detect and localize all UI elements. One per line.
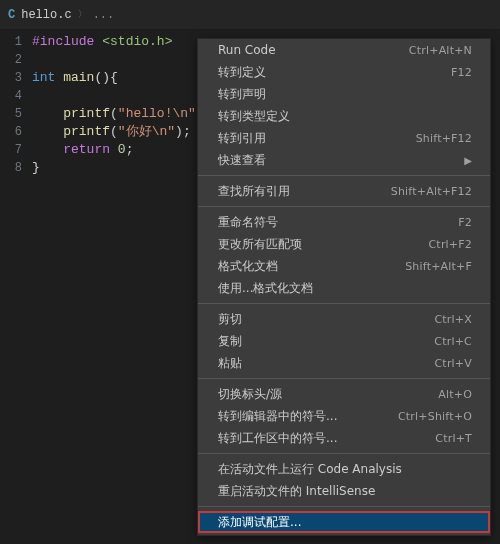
menu-item-label: Run Code	[218, 43, 276, 57]
menu-item[interactable]: 重命名符号F2	[198, 211, 490, 233]
menu-item-label: 剪切	[218, 311, 242, 328]
menu-separator	[198, 175, 490, 176]
menu-item[interactable]: Run CodeCtrl+Alt+N	[198, 39, 490, 61]
menu-separator	[198, 303, 490, 304]
menu-item-label: 转到声明	[218, 86, 266, 103]
menu-item[interactable]: 查找所有引用Shift+Alt+F12	[198, 180, 490, 202]
menu-item-label: 粘贴	[218, 355, 242, 372]
line-number: 5	[0, 105, 22, 123]
menu-item[interactable]: 添加调试配置...	[198, 511, 490, 533]
line-number: 3	[0, 69, 22, 87]
menu-item-label: 使用...格式化文档	[218, 280, 313, 297]
menu-item-label: 添加调试配置...	[218, 514, 301, 531]
menu-separator	[198, 453, 490, 454]
menu-item[interactable]: 转到声明	[198, 83, 490, 105]
tab-bar: C hello.c 〉 ...	[0, 0, 500, 30]
line-number: 1	[0, 33, 22, 51]
menu-separator	[198, 506, 490, 507]
menu-item-label: 转到引用	[218, 130, 266, 147]
chevron-right-icon: 〉	[78, 8, 87, 21]
menu-item[interactable]: 格式化文档Shift+Alt+F	[198, 255, 490, 277]
menu-item[interactable]: 剪切Ctrl+X	[198, 308, 490, 330]
menu-item-label: 快速查看	[218, 152, 266, 169]
menu-item[interactable]: 快速查看▶	[198, 149, 490, 171]
context-menu: Run CodeCtrl+Alt+N转到定义F12转到声明转到类型定义转到引用S…	[197, 38, 491, 536]
menu-item-label: 转到编辑器中的符号...	[218, 408, 337, 425]
line-number: 4	[0, 87, 22, 105]
menu-item-label: 复制	[218, 333, 242, 350]
menu-item[interactable]: 粘贴Ctrl+V	[198, 352, 490, 374]
chevron-right-icon: ▶	[454, 155, 472, 166]
menu-item-shortcut: Ctrl+X	[434, 313, 472, 326]
menu-item-shortcut: Ctrl+C	[434, 335, 472, 348]
menu-item[interactable]: 重启活动文件的 IntelliSense	[198, 480, 490, 502]
menu-separator	[198, 206, 490, 207]
menu-item-shortcut: F12	[451, 66, 472, 79]
menu-item[interactable]: 更改所有匹配项Ctrl+F2	[198, 233, 490, 255]
menu-item-label: 转到定义	[218, 64, 266, 81]
menu-item-shortcut: F2	[458, 216, 472, 229]
menu-item-label: 转到类型定义	[218, 108, 290, 125]
menu-item[interactable]: 使用...格式化文档	[198, 277, 490, 299]
menu-item-label: 更改所有匹配项	[218, 236, 302, 253]
menu-item[interactable]: 转到引用Shift+F12	[198, 127, 490, 149]
menu-item-label: 切换标头/源	[218, 386, 282, 403]
menu-item-label: 重命名符号	[218, 214, 278, 231]
menu-item[interactable]: 转到定义F12	[198, 61, 490, 83]
line-number-gutter: 1 2 3 4 5 6 7 8	[0, 30, 32, 544]
menu-item-shortcut: Ctrl+Alt+N	[409, 44, 472, 57]
menu-item-shortcut: Shift+Alt+F12	[391, 185, 472, 198]
menu-item-label: 格式化文档	[218, 258, 278, 275]
menu-item-label: 查找所有引用	[218, 183, 290, 200]
menu-item-shortcut: Shift+F12	[416, 132, 472, 145]
menu-item-label: 转到工作区中的符号...	[218, 430, 337, 447]
menu-item[interactable]: 转到类型定义	[198, 105, 490, 127]
line-number: 7	[0, 141, 22, 159]
menu-item-shortcut: Alt+O	[438, 388, 472, 401]
menu-item-label: 重启活动文件的 IntelliSense	[218, 483, 375, 500]
menu-item-shortcut: Ctrl+T	[435, 432, 472, 445]
menu-item-shortcut: Ctrl+F2	[428, 238, 472, 251]
menu-separator	[198, 378, 490, 379]
menu-item[interactable]: 切换标头/源Alt+O	[198, 383, 490, 405]
breadcrumb-ellipsis[interactable]: ...	[93, 8, 115, 22]
menu-item[interactable]: 转到编辑器中的符号...Ctrl+Shift+O	[198, 405, 490, 427]
tab-filename[interactable]: hello.c	[21, 8, 71, 22]
menu-item-label: 在活动文件上运行 Code Analysis	[218, 461, 402, 478]
menu-item[interactable]: 转到工作区中的符号...Ctrl+T	[198, 427, 490, 449]
menu-item[interactable]: 复制Ctrl+C	[198, 330, 490, 352]
menu-item[interactable]: 在活动文件上运行 Code Analysis	[198, 458, 490, 480]
line-number: 2	[0, 51, 22, 69]
menu-item-shortcut: Shift+Alt+F	[405, 260, 472, 273]
menu-item-shortcut: Ctrl+Shift+O	[398, 410, 472, 423]
line-number: 8	[0, 159, 22, 177]
file-type-icon: C	[8, 8, 15, 22]
line-number: 6	[0, 123, 22, 141]
menu-item-shortcut: Ctrl+V	[434, 357, 472, 370]
